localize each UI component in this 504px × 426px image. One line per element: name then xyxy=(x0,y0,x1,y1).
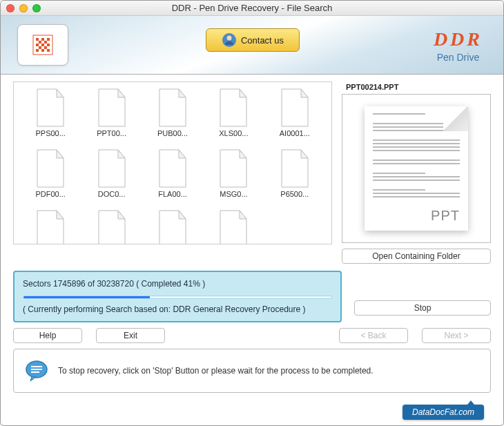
exit-button[interactable]: Exit xyxy=(96,328,165,343)
progress-bar xyxy=(23,296,332,299)
file-list-panel: PPS00... PPT00... PUB00... XLS00... AI00… xyxy=(13,81,332,244)
file-icon xyxy=(216,209,251,244)
file-item[interactable]: PPT00... xyxy=(84,88,138,137)
file-icon xyxy=(216,88,251,128)
file-item[interactable]: DOC0... xyxy=(84,148,138,198)
app-logo xyxy=(17,24,68,66)
help-button[interactable]: Help xyxy=(13,328,82,343)
progress-panel: Sectors 1745896 of 30238720 ( Completed … xyxy=(13,271,342,322)
svg-rect-10 xyxy=(44,46,47,49)
brand-title: DDR xyxy=(434,28,483,50)
file-item[interactable]: XLS00... xyxy=(206,88,260,137)
progress-fill xyxy=(23,296,150,298)
window-title: DDR - Pen Drive Recovery - File Search xyxy=(1,3,503,13)
file-name: MSG0... xyxy=(220,190,247,198)
file-name: XLS00... xyxy=(219,129,248,137)
file-icon xyxy=(155,209,190,244)
svg-point-15 xyxy=(226,36,231,41)
file-item[interactable]: MSG0... xyxy=(206,148,260,198)
file-name: PUB00... xyxy=(157,129,188,137)
chat-bubble-icon xyxy=(25,359,48,383)
file-icon xyxy=(216,148,251,188)
preview-column: PPT00214.PPT PPT xyxy=(342,81,491,264)
titlebar: DDR - Pen Drive Recovery - File Search xyxy=(1,1,503,16)
file-item[interactable]: FLA00... xyxy=(146,148,200,198)
file-item[interactable]: AI0001... xyxy=(268,88,322,137)
next-button[interactable]: Next > xyxy=(422,328,491,343)
logo-icon xyxy=(29,31,57,59)
file-item[interactable]: PDF00... xyxy=(23,148,77,198)
file-item[interactable]: PPS00... xyxy=(23,209,77,244)
svg-rect-8 xyxy=(47,43,50,46)
file-name: PPS00... xyxy=(35,129,65,137)
file-icon xyxy=(95,148,129,188)
app-header: Contact us DDR Pen Drive xyxy=(1,16,503,75)
file-item[interactable]: PUB00... xyxy=(146,209,200,244)
svg-rect-3 xyxy=(47,38,50,41)
file-name: DOC0... xyxy=(98,190,126,198)
file-icon xyxy=(33,209,68,244)
file-icon xyxy=(33,148,68,188)
progress-mode-text: ( Currently performing Search based on: … xyxy=(23,304,332,314)
back-button[interactable]: < Back xyxy=(339,328,408,343)
file-item[interactable]: PUB00... xyxy=(146,88,200,137)
file-item[interactable]: P6500... xyxy=(268,148,322,198)
info-box: To stop recovery, click on 'Stop' Button… xyxy=(13,349,491,393)
watermark-badge: DataDocFat.com xyxy=(403,405,484,420)
file-item[interactable]: PPT00... xyxy=(84,209,138,244)
contact-us-button[interactable]: Contact us xyxy=(206,28,300,52)
file-item[interactable]: XLS00... xyxy=(206,209,260,244)
contact-us-label: Contact us xyxy=(241,35,284,46)
content-area: PPS00... PPT00... PUB00... XLS00... AI00… xyxy=(1,75,503,393)
file-icon xyxy=(155,148,190,188)
svg-rect-6 xyxy=(36,43,39,46)
preview-extension: PPT xyxy=(373,208,460,224)
file-item[interactable]: PPS00... xyxy=(23,88,77,137)
svg-rect-13 xyxy=(47,49,50,52)
app-window: DDR - Pen Drive Recovery - File Search C… xyxy=(0,0,504,426)
svg-rect-12 xyxy=(41,49,44,52)
stop-button[interactable]: Stop xyxy=(354,300,491,316)
file-icon xyxy=(95,209,129,244)
open-containing-folder-button[interactable]: Open Containing Folder xyxy=(342,249,491,264)
person-icon xyxy=(222,32,237,48)
nav-row: Help Exit < Back Next > xyxy=(13,328,491,343)
svg-rect-11 xyxy=(36,49,39,52)
brand-block: DDR Pen Drive xyxy=(434,28,483,63)
preview-filename: PPT00214.PPT xyxy=(342,81,491,93)
progress-sectors-text: Sectors 1745896 of 30238720 ( Completed … xyxy=(23,279,332,289)
file-icon xyxy=(33,88,68,128)
file-name: FLA00... xyxy=(158,190,187,198)
file-name: PPT00... xyxy=(97,129,126,137)
svg-rect-7 xyxy=(41,43,44,46)
file-name: AI0001... xyxy=(280,129,310,137)
file-icon xyxy=(95,88,129,128)
file-icon xyxy=(155,88,190,128)
preview-box: PPT xyxy=(342,94,491,243)
file-name: P6500... xyxy=(280,190,309,198)
file-icon xyxy=(278,148,312,188)
preview-document: PPT xyxy=(365,106,468,231)
info-text: To stop recovery, click on 'Stop' Button… xyxy=(58,366,374,376)
svg-rect-9 xyxy=(39,46,41,49)
svg-rect-2 xyxy=(41,38,44,41)
brand-subtitle: Pen Drive xyxy=(434,52,483,63)
file-grid: PPS00... PPT00... PUB00... XLS00... AI00… xyxy=(23,88,322,244)
file-name: PDF00... xyxy=(35,190,65,198)
svg-rect-5 xyxy=(44,41,47,43)
svg-rect-4 xyxy=(39,41,41,43)
file-icon xyxy=(278,88,312,128)
svg-rect-1 xyxy=(36,38,39,41)
